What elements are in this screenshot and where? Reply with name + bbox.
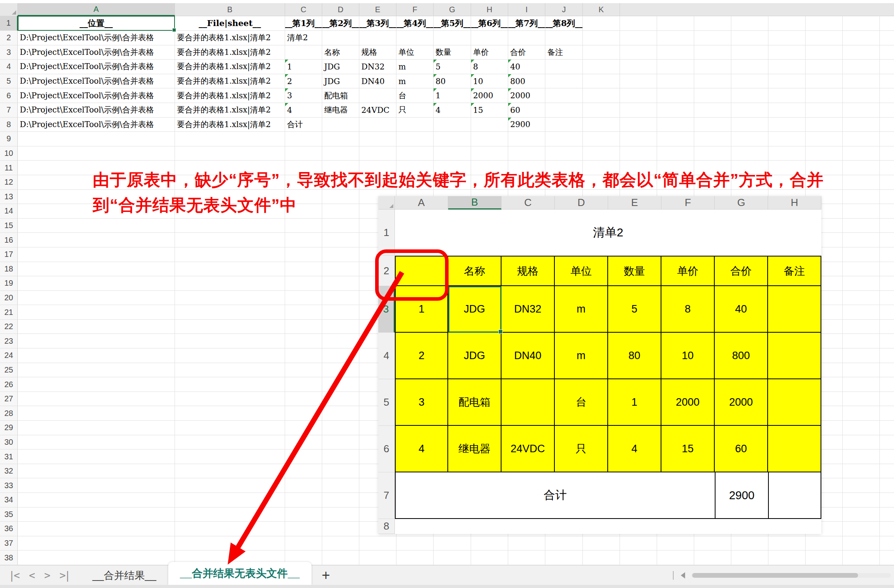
cell-C36[interactable] — [285, 522, 322, 536]
row-header-31[interactable]: 31 — [0, 449, 18, 464]
cell-A3[interactable]: D:\Project\ExcelTool\示例\合并表格 — [18, 45, 175, 60]
cell-C19[interactable] — [285, 276, 322, 291]
cell-C25[interactable] — [285, 363, 322, 378]
cell-C9[interactable] — [285, 132, 322, 146]
cell-C15[interactable] — [285, 219, 322, 233]
cell-B9[interactable] — [175, 132, 285, 146]
row-header-36[interactable]: 36 — [0, 522, 18, 536]
cell-F3[interactable]: 单位 — [396, 45, 434, 60]
cell-A20[interactable] — [18, 291, 175, 305]
cell-D32[interactable] — [322, 464, 359, 479]
row-header-4[interactable]: 4 — [0, 60, 18, 74]
cell-G38[interactable] — [434, 551, 471, 565]
cell-A19[interactable] — [18, 276, 175, 291]
cell-E38[interactable] — [359, 551, 396, 565]
scroll-left-icon[interactable] — [681, 572, 685, 579]
cell-G7[interactable]: 4 — [434, 103, 471, 118]
row-header-3[interactable]: 3 — [0, 45, 18, 60]
row-header-14[interactable]: 14 — [0, 204, 18, 219]
row-header-21[interactable]: 21 — [0, 305, 18, 320]
cell-B24[interactable] — [175, 348, 285, 363]
cell-H3[interactable]: 单价 — [471, 45, 508, 60]
cell-H2[interactable] — [471, 31, 508, 45]
cell-G6[interactable]: 1 — [434, 88, 471, 103]
cell-C33[interactable] — [285, 478, 322, 493]
cell-B4[interactable]: 要合并的表格1.xlsx|清单2 — [175, 60, 285, 74]
cell-I4[interactable]: 40 — [508, 60, 545, 74]
cell-G2[interactable] — [434, 31, 471, 45]
cell-B10[interactable] — [175, 146, 285, 161]
cell-G8[interactable] — [434, 118, 471, 132]
cell-F5[interactable]: m — [396, 74, 434, 89]
cell-D8[interactable] — [322, 118, 359, 132]
cell-F4[interactable]: m — [396, 60, 434, 74]
column-header-F[interactable]: F — [396, 3, 434, 16]
cell-B26[interactable] — [175, 377, 285, 392]
column-header-J[interactable]: J — [545, 3, 583, 16]
cell-B16[interactable] — [175, 233, 285, 247]
row-header-17[interactable]: 17 — [0, 247, 18, 262]
cell-C18[interactable] — [285, 262, 322, 277]
cell-D22[interactable] — [322, 320, 359, 334]
cell-B5[interactable]: 要合并的表格1.xlsx|清单2 — [175, 74, 285, 89]
cell-H1[interactable]: __第6列__ — [471, 16, 508, 31]
cell-B36[interactable] — [175, 522, 285, 536]
cell-B25[interactable] — [175, 363, 285, 378]
cell-B7[interactable]: 要合并的表格1.xlsx|清单2 — [175, 103, 285, 118]
cell-B22[interactable] — [175, 320, 285, 334]
row-header-22[interactable]: 22 — [0, 320, 18, 334]
cell-J38[interactable] — [545, 551, 583, 565]
cell-A38[interactable] — [18, 551, 175, 565]
row-header-26[interactable]: 26 — [0, 377, 18, 392]
cell-F9[interactable] — [396, 132, 434, 146]
cell-A8[interactable]: D:\Project\ExcelTool\示例\合并表格 — [18, 118, 175, 132]
cell-A4[interactable]: D:\Project\ExcelTool\示例\合并表格 — [18, 60, 175, 74]
cell-D31[interactable] — [322, 449, 359, 464]
row-header-10[interactable]: 10 — [0, 146, 18, 161]
cell-A37[interactable] — [18, 536, 175, 551]
row-header-37[interactable]: 37 — [0, 536, 18, 551]
cell-A26[interactable] — [18, 377, 175, 392]
cell-G10[interactable] — [434, 146, 471, 161]
cell-D15[interactable] — [322, 219, 359, 233]
cell-A1[interactable]: __位置__ — [18, 16, 175, 31]
cell-B17[interactable] — [175, 247, 285, 262]
add-sheet-button[interactable]: + — [322, 568, 330, 582]
cell-C26[interactable] — [285, 377, 322, 392]
cell-H37[interactable] — [471, 536, 508, 551]
cell-C21[interactable] — [285, 305, 322, 320]
cell-C7[interactable]: 4 — [285, 103, 322, 118]
cell-B23[interactable] — [175, 334, 285, 348]
cell-F6[interactable]: 台 — [396, 88, 434, 103]
cell-F38[interactable] — [396, 551, 434, 565]
cell-F7[interactable]: 只 — [396, 103, 434, 118]
cell-A5[interactable]: D:\Project\ExcelTool\示例\合并表格 — [18, 74, 175, 89]
column-header-G[interactable]: G — [434, 3, 471, 16]
cell-B34[interactable] — [175, 493, 285, 507]
prev-sheet-button[interactable]: < — [29, 569, 34, 581]
cell-D24[interactable] — [322, 348, 359, 363]
cell-C3[interactable] — [285, 45, 322, 60]
cell-J3[interactable]: 备注 — [545, 45, 583, 60]
cell-C17[interactable] — [285, 247, 322, 262]
cell-J37[interactable] — [545, 536, 583, 551]
row-header-24[interactable]: 24 — [0, 348, 18, 363]
cell-A32[interactable] — [18, 464, 175, 479]
cell-B27[interactable] — [175, 392, 285, 406]
cell-G5[interactable]: 80 — [434, 74, 471, 89]
select-all-corner[interactable] — [0, 3, 18, 16]
cell-C6[interactable]: 3 — [285, 88, 322, 103]
cell-B6[interactable]: 要合并的表格1.xlsx|清单2 — [175, 88, 285, 103]
cell-E8[interactable] — [359, 118, 396, 132]
cell-B3[interactable]: 要合并的表格1.xlsx|清单2 — [175, 45, 285, 60]
cell-H4[interactable]: 8 — [471, 60, 508, 74]
row-header-38[interactable]: 38 — [0, 551, 18, 565]
tab-merge-result[interactable]: __合并结果__ — [81, 566, 168, 585]
cell-A2[interactable]: D:\Project\ExcelTool\示例\合并表格 — [18, 31, 175, 45]
cell-I9[interactable] — [508, 132, 545, 146]
cell-I5[interactable]: 800 — [508, 74, 545, 89]
row-header-33[interactable]: 33 — [0, 478, 18, 493]
cell-C16[interactable] — [285, 233, 322, 247]
cell-D18[interactable] — [322, 262, 359, 277]
cell-B29[interactable] — [175, 421, 285, 435]
